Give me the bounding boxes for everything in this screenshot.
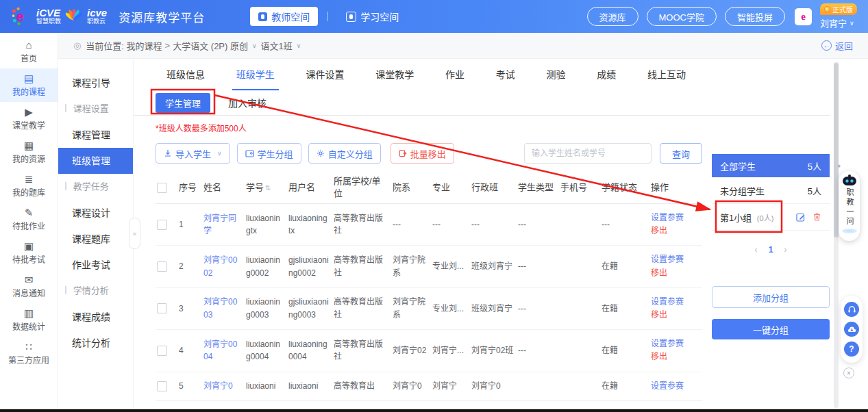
- row-checkbox[interactable]: [157, 381, 167, 391]
- tab[interactable]: 课堂教学: [375, 59, 414, 90]
- set-contest-link[interactable]: 设置参赛: [651, 296, 698, 309]
- column-header[interactable]: 学生类型⇅: [518, 181, 560, 194]
- column-header[interactable]: 专业⇅: [432, 181, 471, 194]
- row-checkbox[interactable]: [157, 346, 167, 356]
- select-all-checkbox[interactable]: [157, 183, 167, 193]
- column-header[interactable]: 姓名⇅: [203, 181, 246, 194]
- column-header[interactable]: 操作⇅: [651, 181, 702, 194]
- header-pill-button[interactable]: 智能投屏: [725, 7, 785, 26]
- tab-student-management[interactable]: 学生管理: [156, 93, 210, 113]
- learning-space-tab[interactable]: 学习空间: [338, 7, 407, 26]
- chevron-down-icon[interactable]: ∨: [252, 42, 257, 49]
- auto-group-button[interactable]: 一键分组: [712, 319, 830, 339]
- set-contest-link[interactable]: 设置参赛: [651, 253, 698, 266]
- help-button[interactable]: ?: [844, 342, 859, 357]
- column-header[interactable]: 所属学校/单位⇅: [334, 175, 393, 200]
- trash-icon[interactable]: [813, 212, 821, 222]
- student-name-link[interactable]: 刘宵宁同学: [203, 212, 246, 237]
- remove-link[interactable]: 移出: [651, 309, 698, 322]
- avatar[interactable]: e: [795, 8, 812, 25]
- set-contest-link[interactable]: 设置参赛: [651, 337, 698, 350]
- rail-item[interactable]: ▤ 我的课程: [0, 68, 58, 102]
- student-search-input[interactable]: [524, 143, 652, 164]
- tab[interactable]: 班级信息: [166, 59, 205, 90]
- close-dock-button[interactable]: ×: [843, 368, 854, 378]
- chevron-down-icon[interactable]: ∨: [297, 42, 301, 49]
- row-checkbox[interactable]: [157, 303, 167, 313]
- tab[interactable]: 考试: [496, 59, 515, 90]
- sidebar-item[interactable]: 作业考试: [58, 252, 133, 278]
- next-page-button[interactable]: ›: [784, 245, 787, 255]
- column-header[interactable]: 用户名⇅: [288, 181, 334, 194]
- column-header[interactable]: 学籍状态⇅: [602, 181, 651, 194]
- row-checkbox[interactable]: [157, 261, 167, 272]
- column-header[interactable]: 手机号⇅: [560, 181, 602, 194]
- rail-item[interactable]: ⌂ 首页: [0, 35, 58, 68]
- scrollbar-thumb[interactable]: [834, 63, 839, 237]
- rail-item[interactable]: ✉ 消息通知: [0, 270, 58, 303]
- tab[interactable]: 班级学生: [236, 59, 275, 90]
- column-header[interactable]: 行政班⇅: [471, 181, 518, 194]
- assistant-widget[interactable]: 职教一问: [839, 171, 860, 241]
- header-pill-button[interactable]: MOOC学院: [647, 7, 717, 26]
- rail-item[interactable]: ▣ 待批考试: [0, 236, 58, 270]
- back-button[interactable]: ← 返回: [821, 39, 853, 52]
- tab[interactable]: 测验: [547, 59, 566, 90]
- set-contest-link[interactable]: 设置参赛: [651, 380, 698, 393]
- teacher-space-tab[interactable]: 教师空间: [250, 7, 318, 26]
- breadcrumb-course[interactable]: 大学语文 (2P) 原创: [173, 39, 248, 52]
- sort-icon[interactable]: ⇅: [265, 184, 271, 192]
- search-button[interactable]: 查询: [660, 143, 702, 164]
- rail-item[interactable]: ✎ 待批作业: [0, 203, 58, 236]
- student-name-link[interactable]: 刘宵宁0: [203, 380, 246, 393]
- group-row[interactable]: 第1小组 (0人): [712, 204, 830, 231]
- sidebar-item[interactable]: 课程题库: [58, 226, 133, 252]
- import-students-button[interactable]: 导入学生 ∨: [156, 143, 230, 164]
- student-name-link[interactable]: 刘宵宁0003: [203, 296, 246, 321]
- sidebar-item[interactable]: 课程管理: [58, 122, 133, 148]
- vertical-scrollbar[interactable]: [834, 62, 839, 408]
- rail-item[interactable]: ▦ 我的资源: [0, 136, 58, 169]
- custom-group-button[interactable]: 自定义分组: [308, 143, 381, 164]
- sidebar-item[interactable]: 学情分析: [58, 278, 133, 304]
- student-name-link[interactable]: 刘宵宁0002: [203, 254, 246, 279]
- edit-icon[interactable]: [796, 212, 806, 222]
- support-button[interactable]: [844, 302, 859, 317]
- remove-link[interactable]: 移出: [651, 224, 698, 237]
- column-header[interactable]: 序号⇅: [179, 181, 203, 194]
- rail-item[interactable]: ▥ 数据统计: [0, 303, 58, 337]
- prev-page-button[interactable]: ‹: [754, 245, 757, 255]
- add-group-button[interactable]: 添加分组: [712, 286, 830, 308]
- user-menu[interactable]: 刘宵宁 ∨: [820, 16, 854, 29]
- breadcrumb-class[interactable]: 语文1班: [261, 39, 293, 52]
- sidebar-item[interactable]: 课程成绩: [58, 304, 133, 330]
- breadcrumb-my-courses[interactable]: 我的课程: [127, 39, 162, 52]
- download-center-button[interactable]: [844, 322, 859, 337]
- sidebar-item[interactable]: 统计分析: [58, 330, 133, 356]
- tab[interactable]: 课件设置: [306, 59, 345, 90]
- sidebar-item[interactable]: 课程设置: [58, 96, 133, 122]
- ungrouped-row[interactable]: 未分组学生 5人: [712, 177, 830, 204]
- batch-remove-button[interactable]: 批量移出: [390, 143, 454, 164]
- sidebar-item[interactable]: 班级管理: [58, 148, 133, 174]
- remove-link[interactable]: 移出: [651, 350, 698, 363]
- header-pill-button[interactable]: 资源库: [587, 7, 638, 26]
- tab-join-review[interactable]: 加入审核: [228, 96, 266, 110]
- row-checkbox[interactable]: [157, 220, 167, 230]
- sidebar-item[interactable]: 教学任务: [58, 174, 133, 200]
- sidebar-collapse-handle[interactable]: «: [129, 218, 140, 249]
- sidebar-item[interactable]: 课程设计: [58, 200, 133, 226]
- column-header[interactable]: 学号⇅: [246, 181, 288, 194]
- tab[interactable]: 作业: [445, 59, 464, 90]
- current-page[interactable]: 1: [768, 244, 773, 255]
- sidebar-item[interactable]: 课程引导: [58, 70, 133, 96]
- group-students-button[interactable]: 学生分组: [237, 143, 301, 164]
- set-contest-link[interactable]: 设置参赛: [651, 211, 698, 224]
- remove-link[interactable]: 移出: [651, 267, 698, 280]
- column-header[interactable]: 院系⇅: [393, 181, 432, 194]
- tab[interactable]: 成绩: [597, 59, 616, 90]
- rail-item[interactable]: ▶ 课堂教学: [0, 102, 58, 136]
- rail-item[interactable]: ∷ 第三方应用: [0, 337, 58, 370]
- rail-item[interactable]: ≣ 我的题库: [0, 169, 58, 203]
- tab[interactable]: 线上互动: [647, 59, 686, 90]
